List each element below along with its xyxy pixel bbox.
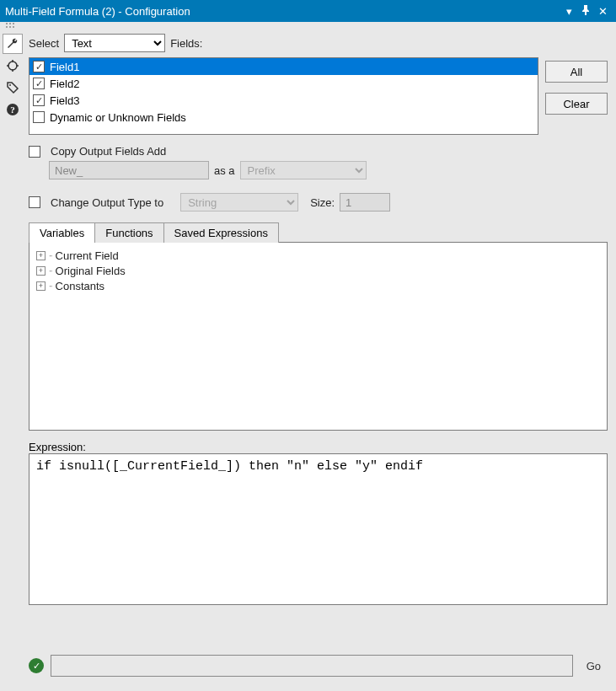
left-toolbar: ? [0,30,25,691]
select-type-dropdown[interactable]: Text [64,34,165,52]
clear-button[interactable]: Clear [545,93,608,115]
field-label: Field3 [50,94,79,107]
field-item[interactable]: Field2 [29,75,538,92]
svg-point-5 [13,26,14,28]
copy-output-checkbox[interactable] [29,146,40,158]
go-button[interactable]: Go [580,656,608,676]
tree-item[interactable]: +·· Current Field [36,248,600,263]
close-icon[interactable]: ✕ [594,5,611,18]
variables-tree[interactable]: +·· Current Field +·· Original Fields +·… [29,242,608,431]
wrench-icon[interactable] [3,34,23,54]
checkbox-icon[interactable] [33,111,45,123]
tree-item[interactable]: +·· Constants [36,278,600,293]
tab-variables[interactable]: Variables [29,222,95,243]
field-label: Dynamic or Unknown Fields [50,111,186,124]
svg-point-0 [6,23,8,24]
field-item[interactable]: Field1 [29,58,538,75]
svg-point-2 [13,23,14,24]
grip-handle[interactable] [0,22,616,30]
checkbox-icon[interactable] [33,94,45,106]
tree-label: Constants [56,280,105,292]
tree-label: Original Fields [56,265,126,277]
as-a-label: as a [214,164,235,177]
expression-editor[interactable]: if isnull([_CurrentField_]) then "n" els… [29,453,608,605]
size-input[interactable] [340,193,390,212]
prefix-suffix-dropdown[interactable]: Prefix [240,161,367,179]
titlebar: Multi-Field Formula (2) - Configuration … [0,0,616,22]
fields-label: Fields: [170,37,202,50]
output-type-dropdown[interactable]: String [180,193,298,212]
svg-point-6 [8,62,17,70]
change-type-label: Change Output Type to [51,196,163,209]
svg-point-1 [9,23,11,24]
expression-label: Expression: [29,441,608,453]
checkbox-icon[interactable] [33,61,45,72]
svg-text:?: ? [10,104,15,115]
tab-saved-expressions[interactable]: Saved Expressions [163,222,279,243]
target-icon[interactable] [3,56,23,76]
status-message [51,655,573,677]
svg-point-7 [9,84,11,86]
dropdown-icon[interactable]: ▾ [560,5,577,18]
window-title: Multi-Field Formula (2) - Configuration [5,5,560,18]
pin-icon[interactable] [577,5,594,18]
field-label: Field1 [50,61,79,73]
svg-point-4 [9,26,11,28]
field-item[interactable]: Dynamic or Unknown Fields [29,109,538,126]
tab-functions[interactable]: Functions [94,222,163,243]
size-label: Size: [310,196,335,209]
expand-icon[interactable]: + [36,281,46,291]
main-panel: Select Text Fields: Field1 Field2 Field3 [25,30,616,691]
select-label: Select [29,37,59,50]
change-type-checkbox[interactable] [29,196,40,208]
tree-label: Current Field [56,249,119,262]
field-item[interactable]: Field3 [29,92,538,109]
svg-point-3 [6,26,8,28]
checkbox-icon[interactable] [33,78,45,89]
output-name-input[interactable] [49,161,209,179]
expand-icon[interactable]: + [36,251,46,260]
copy-output-label: Copy Output Fields Add [51,145,166,158]
expand-icon[interactable]: + [36,266,46,276]
tag-icon[interactable] [3,78,23,98]
expression-tabs: Variables Functions Saved Expressions [29,222,608,242]
tree-item[interactable]: +·· Original Fields [36,263,600,278]
fields-listbox[interactable]: Field1 Field2 Field3 Dynamic or Unknown … [29,57,538,135]
all-button[interactable]: All [545,61,608,83]
help-icon[interactable]: ? [3,99,23,120]
field-label: Field2 [50,78,79,90]
status-ok-icon: ✓ [29,658,44,673]
